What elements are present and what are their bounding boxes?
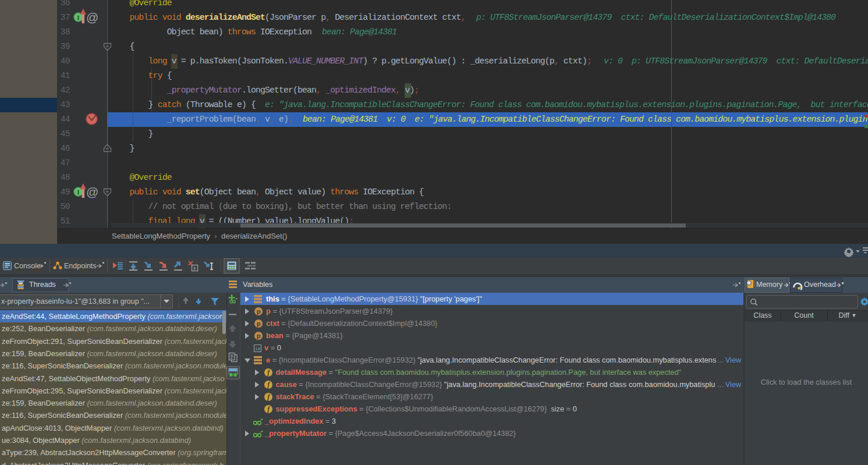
svg-text:I: I (77, 189, 80, 196)
svg-text:p: p (257, 320, 261, 327)
svg-text:18: 18 (255, 346, 260, 352)
svg-text:@: @ (86, 10, 98, 24)
svg-text:@: @ (86, 185, 98, 198)
svg-text:p: p (257, 308, 261, 315)
svg-text:I: I (77, 15, 80, 21)
svg-text:p: p (257, 332, 261, 339)
